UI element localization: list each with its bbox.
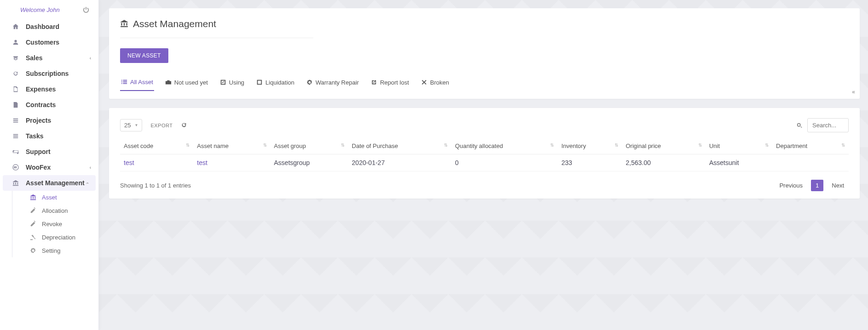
tab-warranty-repair[interactable]: Warranty Repair: [305, 76, 360, 91]
document-icon: [11, 85, 20, 93]
cell-asset-group: Assetsgroup: [270, 154, 348, 171]
caret-down-icon: ▼: [134, 123, 138, 127]
refresh-icon: [11, 70, 20, 77]
header-panel: Asset Management NEW ASSET All Asset Not…: [109, 8, 860, 99]
search-input[interactable]: [807, 118, 849, 132]
tab-liquidation[interactable]: Liquidation: [255, 76, 295, 91]
tab-label: Report lost: [380, 79, 409, 86]
gavel-icon: [30, 234, 38, 241]
sidebar-item-projects[interactable]: Projects: [0, 113, 98, 128]
chevron-left-icon: ‹: [90, 165, 91, 170]
home-icon: [11, 23, 20, 30]
sort-icon: ⇅: [186, 142, 190, 148]
tab-report-lost[interactable]: Report lost: [370, 76, 410, 91]
table-footer: Showing 1 to 1 of 1 entries Previous 1 N…: [120, 180, 849, 191]
col-department[interactable]: Department⇅: [772, 138, 849, 154]
sidebar-item-dashboard[interactable]: Dashboard: [0, 19, 98, 34]
tab-using[interactable]: Using: [219, 76, 245, 91]
col-asset-code[interactable]: Asset code⇅: [120, 138, 193, 154]
new-asset-button[interactable]: NEW ASSET: [120, 48, 168, 63]
sidebar-item-contracts[interactable]: Contracts: [0, 97, 98, 113]
col-asset-group[interactable]: Asset group⇅: [270, 138, 348, 154]
sidebar-item-customers[interactable]: Customers: [0, 34, 98, 50]
sidebar-item-support[interactable]: Support: [0, 144, 98, 159]
cell-asset-name[interactable]: test: [193, 154, 270, 171]
page-title: Asset Management: [120, 18, 313, 38]
sort-icon: ⇅: [841, 142, 845, 148]
tab-label: Warranty Repair: [316, 79, 359, 86]
sort-icon: ⇅: [550, 142, 554, 148]
sub-item-label: Depreciation: [42, 234, 75, 241]
sub-item-label: Allocation: [42, 207, 68, 214]
pager-prev[interactable]: Previous: [775, 180, 807, 191]
sidebar-item-asset-management[interactable]: Asset Management ‹: [3, 175, 96, 191]
col-inventory[interactable]: Inventory⇅: [558, 138, 622, 154]
tab-all-asset[interactable]: All Asset: [120, 76, 154, 91]
col-quantity-allocated[interactable]: Quantity allocated⇅: [451, 138, 558, 154]
pager-page-1[interactable]: 1: [811, 180, 823, 191]
power-icon[interactable]: [83, 6, 89, 13]
sub-item-depreciation[interactable]: Depreciation: [26, 231, 98, 244]
bars-icon: [11, 117, 20, 124]
sub-item-revoke[interactable]: Revoke: [26, 217, 98, 231]
sidebar-item-subscriptions[interactable]: Subscriptions: [0, 66, 98, 81]
table-header-row: Asset code⇅ Asset name⇅ Asset group⇅ Dat…: [120, 138, 849, 154]
tab-broken[interactable]: Broken: [420, 76, 450, 91]
tab-label: All Asset: [130, 79, 153, 85]
briefcase-icon: [165, 79, 172, 86]
tab-not-used-yet[interactable]: Not used yet: [164, 76, 209, 91]
asset-management-submenu: Asset Allocation Revoke Depreciation Set…: [12, 191, 98, 257]
pager-next[interactable]: Next: [827, 180, 849, 191]
tab-label: Using: [229, 79, 244, 86]
sub-item-label: Asset: [42, 194, 57, 201]
cell-inventory: 233: [558, 154, 622, 171]
sidebar-item-label: Subscriptions: [26, 70, 69, 77]
tab-label: Liquidation: [265, 79, 294, 86]
sidebar-item-woofex[interactable]: WooFex ‹: [0, 159, 98, 175]
sidebar-item-label: Customers: [26, 39, 59, 46]
external-icon: [371, 79, 377, 86]
sub-item-setting[interactable]: Setting: [26, 244, 98, 257]
table-row[interactable]: test test Assetsgroup 2020-01-27 0 233 2…: [120, 154, 849, 171]
col-original-price[interactable]: Original price⇅: [622, 138, 705, 154]
gear-icon: [306, 79, 313, 86]
collapse-toggle-icon[interactable]: «: [852, 89, 855, 95]
sidebar-item-sales[interactable]: Sales ‹: [0, 50, 98, 66]
cell-asset-code[interactable]: test: [120, 154, 193, 171]
table-toolbar: 25 ▼ EXPORT: [120, 118, 849, 132]
sub-item-allocation[interactable]: Allocation: [26, 204, 98, 217]
sidebar-item-label: WooFex: [26, 164, 51, 171]
sort-icon: ⇅: [263, 142, 267, 148]
sidebar-item-label: Contracts: [26, 101, 56, 108]
edit-icon: [30, 207, 38, 214]
ticket-icon: [11, 148, 20, 155]
sidebar-item-expenses[interactable]: Expenses: [0, 81, 98, 97]
sub-item-label: Setting: [42, 247, 60, 254]
sidebar-item-label: Expenses: [26, 85, 56, 93]
refresh-icon[interactable]: [181, 122, 187, 129]
main-content: Asset Management NEW ASSET All Asset Not…: [99, 0, 868, 330]
sort-icon: ⇅: [444, 142, 448, 148]
col-unit[interactable]: Unit⇅: [706, 138, 772, 154]
sort-icon: ⇅: [765, 142, 769, 148]
sub-item-label: Revoke: [42, 221, 62, 228]
square-icon: [256, 79, 263, 86]
sidebar-item-label: Dashboard: [26, 23, 59, 30]
search-icon[interactable]: [792, 119, 807, 132]
sidebar-item-tasks[interactable]: Tasks: [0, 128, 98, 144]
scales-icon: [11, 54, 20, 62]
cell-original-price: 2,563.00: [622, 154, 705, 171]
sidebar-item-label: Support: [26, 148, 51, 155]
sidebar: Welcome John Dashboard Customers Sales ‹…: [0, 0, 99, 330]
col-date-purchase[interactable]: Date of Purchase⇅: [348, 138, 452, 154]
col-asset-name[interactable]: Asset name⇅: [193, 138, 270, 154]
sidebar-item-label: Tasks: [26, 132, 44, 140]
checkbox-icon: [220, 79, 226, 86]
table-panel: 25 ▼ EXPORT Asset code⇅ Asset name⇅ Asse…: [109, 108, 860, 199]
sub-item-asset[interactable]: Asset: [26, 191, 98, 204]
chevron-left-icon: ‹: [90, 56, 91, 61]
export-button[interactable]: EXPORT: [150, 123, 172, 128]
cell-date-purchase: 2020-01-27: [348, 154, 452, 171]
page-size-select[interactable]: 25 ▼: [120, 119, 142, 131]
user-icon: [11, 39, 20, 46]
